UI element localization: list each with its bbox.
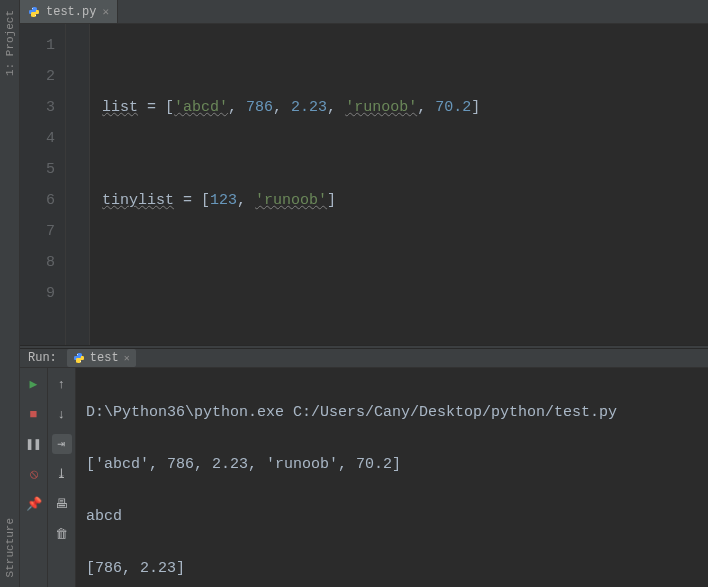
down-icon[interactable]: ↓ (52, 404, 72, 424)
code-editor[interactable]: 1 2 3 4 5 6 7 8 9 list = ['abcd', 786, 2… (20, 24, 708, 345)
editor-tabs: test.py ✕ (20, 0, 708, 24)
line-number: 4 (20, 123, 55, 154)
line-number: 6 (20, 185, 55, 216)
structure-tool-button[interactable]: Structure (4, 518, 16, 577)
python-file-icon (73, 352, 85, 364)
svg-point-2 (77, 354, 78, 355)
run-toolbar-right: ↑ ↓ ⇥ ⤓ 🖶 🗑 (48, 368, 76, 587)
console-line: ['abcd', 786, 2.23, 'runoob', 70.2] (86, 452, 698, 478)
pause-button[interactable]: ❚❚ (24, 434, 44, 454)
main-area: test.py ✕ 1 2 3 4 5 6 7 8 9 list = ['abc… (20, 0, 708, 587)
line-number: 9 (20, 278, 55, 309)
line-number: 8 (20, 247, 55, 278)
gutter-fold (66, 24, 90, 345)
stop-button[interactable]: ■ (24, 404, 44, 424)
pin-button[interactable]: 📌 (24, 494, 44, 514)
tab-filename: test.py (46, 5, 96, 19)
console-line: [786, 2.23] (86, 556, 698, 582)
line-number: 5 (20, 154, 55, 185)
run-panel: Run: test ✕ ▶ ■ ❚❚ ⦸ 📌 ↑ ↓ ⇥ ⤓ (20, 349, 708, 587)
close-icon[interactable]: ✕ (124, 352, 130, 364)
console-output[interactable]: D:\Python36\python.exe C:/Users/Cany/Des… (76, 368, 708, 587)
soft-wrap-button[interactable]: ⇥ (52, 434, 72, 454)
exit-button[interactable]: ⦸ (24, 464, 44, 484)
rerun-button[interactable]: ▶ (24, 374, 44, 394)
clear-button[interactable]: 🗑 (52, 524, 72, 544)
console-line: D:\Python36\python.exe C:/Users/Cany/Des… (86, 400, 698, 426)
run-header: Run: test ✕ (20, 349, 708, 368)
line-number: 1 (20, 30, 55, 61)
line-number: 2 (20, 61, 55, 92)
run-config-tab[interactable]: test ✕ (67, 349, 136, 367)
svg-point-0 (32, 8, 33, 9)
line-number: 3 (20, 92, 55, 123)
gutter-line-numbers: 1 2 3 4 5 6 7 8 9 (20, 24, 66, 345)
run-config-name: test (90, 351, 119, 365)
scroll-to-end-button[interactable]: ⤓ (52, 464, 72, 484)
project-tool-button[interactable]: 1: Project (4, 10, 16, 76)
tab-test-py[interactable]: test.py ✕ (20, 0, 118, 23)
code-area[interactable]: list = ['abcd', 786, 2.23, 'runoob', 70.… (90, 24, 708, 345)
python-file-icon (28, 6, 40, 18)
sidebar-label: 1: Project (4, 10, 16, 76)
run-label: Run: (28, 351, 57, 365)
svg-point-3 (80, 361, 81, 362)
svg-point-1 (35, 15, 36, 16)
line-number: 7 (20, 216, 55, 247)
up-icon[interactable]: ↑ (52, 374, 72, 394)
run-toolbar-left: ▶ ■ ❚❚ ⦸ 📌 (20, 368, 48, 587)
console-line: abcd (86, 504, 698, 530)
left-tool-gutter: 1: Project Structure (0, 0, 20, 587)
close-icon[interactable]: ✕ (102, 5, 109, 18)
run-body: ▶ ■ ❚❚ ⦸ 📌 ↑ ↓ ⇥ ⤓ 🖶 🗑 D:\Python36\pytho… (20, 368, 708, 587)
sidebar-label: Structure (4, 518, 16, 577)
print-button[interactable]: 🖶 (52, 494, 72, 514)
